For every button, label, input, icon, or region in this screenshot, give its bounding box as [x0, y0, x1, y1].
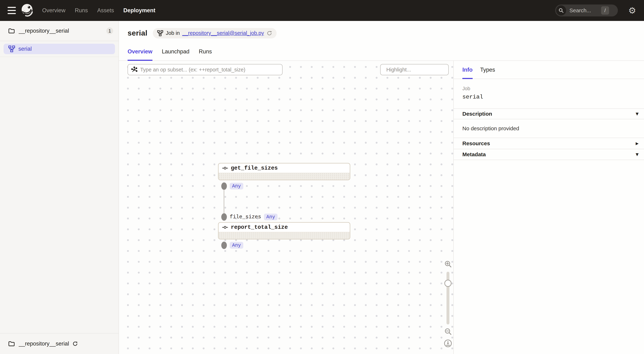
output-port-icon [221, 183, 227, 190]
op-graph-canvas[interactable]: get_file_sizes Any file_sizes Any report… [119, 61, 453, 354]
job-tabs: Overview Launchpad Runs [119, 43, 644, 61]
search-input[interactable] [570, 8, 600, 14]
nav-assets[interactable]: Assets [97, 7, 114, 14]
section-title: Description [462, 111, 492, 117]
hamburger-menu-icon[interactable] [8, 7, 16, 14]
search-icon [556, 6, 566, 16]
highlight-search[interactable] [380, 64, 449, 75]
op-subset-selector[interactable] [128, 64, 282, 75]
type-badge[interactable]: Any [230, 183, 243, 190]
job-info-block: Job serial [454, 79, 644, 109]
zoom-slider-knob[interactable] [444, 280, 452, 287]
sidebar-footer: __repository__serial [0, 333, 118, 354]
type-badge[interactable]: Any [230, 242, 243, 249]
caret-right-icon: ▶ [636, 141, 638, 146]
sidebar-item-serial-job[interactable]: serial [4, 44, 115, 54]
op-io-icon [222, 166, 228, 170]
tab-launchpad[interactable]: Launchpad [162, 43, 190, 60]
job-context-prefix: Job in [166, 30, 180, 36]
caret-down-icon: ▼ [636, 152, 638, 157]
tab-info[interactable]: Info [462, 61, 473, 79]
input-port-row: file_sizes Any [221, 213, 278, 221]
tab-types[interactable]: Types [480, 61, 495, 79]
job-context-pill: Job in __repository__serial@serial_job.p… [153, 28, 276, 39]
job-field-value: serial [462, 94, 635, 100]
details-panel-tabs: Info Types [454, 61, 644, 79]
zoom-slider-track[interactable] [446, 272, 450, 324]
sidebar: __repository__serial 1 serial __reposito… [0, 21, 119, 354]
tab-runs[interactable]: Runs [199, 43, 212, 60]
section-title: Metadata [462, 151, 486, 157]
op-node-get-file-sizes[interactable]: get_file_sizes [218, 163, 350, 180]
sidebar-item-label: serial [18, 46, 32, 52]
op-name: report_total_size [231, 224, 288, 230]
type-badge[interactable]: Any [264, 214, 278, 220]
details-panel: Info Types Job serial Description ▼ No d… [453, 61, 644, 354]
section-title: Resources [462, 140, 490, 146]
input-port-icon [221, 213, 227, 221]
description-text: No description provided [462, 125, 519, 131]
section-metadata-header[interactable]: Metadata ▼ [454, 149, 644, 160]
download-view-icon[interactable] [444, 339, 452, 347]
reload-icon[interactable] [266, 30, 272, 36]
zoom-out-icon[interactable] [444, 328, 452, 335]
op-node-report-total-size[interactable]: report_total_size [218, 222, 350, 239]
section-resources-header[interactable]: Resources ▶ [454, 138, 644, 149]
output-port-row: Any [221, 183, 243, 190]
highlight-input[interactable] [386, 67, 454, 73]
zoom-in-icon[interactable] [444, 260, 452, 268]
repository-job-count: 1 [106, 28, 113, 34]
section-description-body: No description provided [454, 119, 644, 138]
top-navigation-bar: Overview Runs Assets Deployment / ⚙ [0, 0, 644, 21]
repository-name: __repository__serial [19, 28, 106, 34]
search-shortcut-key: / [601, 6, 609, 15]
gear-icon[interactable]: ⚙ [628, 6, 636, 15]
top-nav-links: Overview Runs Assets Deployment [42, 7, 155, 14]
footer-repository-name: __repository__serial [19, 340, 69, 347]
output-port-icon [221, 242, 227, 249]
page-title: serial [128, 29, 148, 37]
job-field-label: Job [462, 86, 635, 91]
input-port-name: file_sizes [230, 214, 261, 220]
op-subset-input[interactable] [140, 67, 279, 73]
job-graph-icon [157, 30, 163, 36]
tab-overview[interactable]: Overview [128, 43, 152, 60]
repository-file-link[interactable]: __repository__serial@serial_job.py [182, 30, 264, 36]
folder-icon [8, 341, 15, 346]
reload-repository-icon[interactable] [72, 341, 78, 346]
caret-down-icon: ▼ [636, 112, 638, 116]
job-graph-icon [8, 46, 15, 52]
output-port-row: Any [221, 242, 243, 249]
op-name: get_file_sizes [231, 165, 278, 171]
folder-icon [8, 28, 15, 34]
job-header: serial Job in __repository__serial@seria… [119, 21, 644, 43]
op-io-icon [222, 226, 228, 229]
dagster-logo-icon[interactable] [20, 3, 34, 18]
nav-runs[interactable]: Runs [75, 7, 88, 14]
nav-overview[interactable]: Overview [42, 7, 66, 14]
nav-deployment[interactable]: Deployment [124, 7, 155, 14]
edge-connector [224, 190, 224, 214]
op-node-config-strip [218, 232, 350, 239]
zoom-controls [442, 260, 454, 347]
op-selector-icon [131, 66, 138, 73]
dagster-app: Overview Runs Assets Deployment / ⚙ __re… [0, 0, 644, 354]
op-node-config-strip [218, 173, 350, 180]
global-search[interactable]: / [555, 5, 618, 17]
sidebar-repository-header[interactable]: __repository__serial 1 [0, 21, 118, 41]
section-description-header[interactable]: Description ▼ [454, 109, 644, 119]
